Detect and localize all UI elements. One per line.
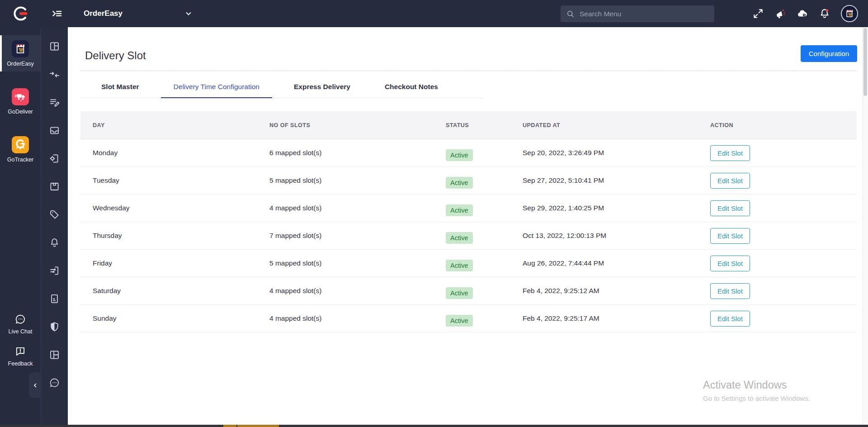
search-icon [566, 9, 575, 19]
table-row-friday: Friday5 mapped slot(s)ActiveAug 26, 2022… [80, 250, 857, 277]
search-input[interactable] [580, 10, 709, 18]
status-cell: Active [434, 311, 510, 327]
action-cell: Edit Slot [698, 145, 857, 161]
sidebar-toggle-icon[interactable] [51, 8, 63, 19]
page-title: Delivery Slot [85, 49, 146, 62]
edit-slot-button[interactable]: Edit Slot [710, 311, 750, 327]
search-box[interactable] [561, 5, 714, 22]
bottom-edge-strip [0, 425, 868, 427]
columns-layout-icon[interactable] [49, 349, 60, 361]
updated-at-cell: Feb 4, 2022, 9:25:17 AM [510, 314, 698, 323]
watermark-title: Activate Windows [703, 379, 810, 391]
table-row-monday: Monday6 mapped slot(s)ActiveSep 20, 2022… [80, 139, 857, 167]
feedback-icon [14, 346, 26, 357]
page-header: Delivery Slot Configuration [68, 27, 868, 62]
sidebar-item-label: OrderEasy [7, 61, 34, 67]
sidebar-item-label: GoDeliver [8, 109, 33, 115]
status-cell: Active [434, 228, 510, 244]
day-cell: Wednesday [80, 204, 257, 212]
updated-at-cell: Sep 27, 2022, 5:10:41 PM [510, 176, 698, 185]
inbox-icon[interactable] [49, 125, 60, 136]
day-cell: Monday [80, 149, 257, 157]
sidebar-item-label: Feedback [8, 361, 33, 367]
column-header-day: DAY [80, 122, 257, 128]
slots-cell: 5 mapped slot(s) [257, 259, 434, 267]
sidebar-bottom-group: Live ChatFeedback [0, 303, 41, 367]
sidebar-item-live-chat[interactable]: Live Chat [9, 313, 33, 335]
action-cell: Edit Slot [698, 283, 857, 299]
slots-cell: 7 mapped slot(s) [257, 232, 434, 240]
task-list-edit-icon[interactable] [49, 97, 60, 108]
logout-gear-icon[interactable] [49, 153, 60, 164]
table-row-tuesday: Tuesday5 mapped slot(s)ActiveSep 27, 202… [80, 167, 857, 195]
tab-slot-master[interactable]: Slot Master [89, 83, 152, 98]
sidebar-item-label: Live Chat [9, 328, 33, 335]
announcements-icon[interactable] [774, 8, 786, 19]
status-badge: Active [446, 315, 473, 327]
tag-icon[interactable] [49, 209, 60, 220]
status-cell: Active [434, 283, 510, 299]
tab-delivery-time-configuration[interactable]: Delivery Time Configuration [161, 83, 272, 98]
door-settings-icon[interactable] [49, 265, 60, 276]
delivery-slot-table: DAYNO OF SLOTSSTATUSUPDATED ATACTION Mon… [80, 111, 857, 332]
status-badge: Active [446, 232, 473, 244]
edit-slot-button[interactable]: Edit Slot [710, 256, 750, 271]
vertical-scrollbar[interactable] [863, 27, 868, 427]
gotracker-app-icon [12, 136, 29, 153]
package-icon[interactable] [49, 181, 60, 192]
table-row-sunday: Sunday4 mapped slot(s)ActiveFeb 4, 2022,… [80, 305, 857, 332]
status-badge: Active [446, 287, 473, 299]
edit-slot-button[interactable]: Edit Slot [710, 283, 750, 299]
slots-cell: 4 mapped slot(s) [257, 287, 434, 295]
ordereasy-g-logo-icon[interactable] [12, 5, 30, 23]
day-cell: Thursday [80, 232, 257, 240]
configuration-button[interactable]: Configuration [801, 45, 857, 62]
sidebar-item-feedback[interactable]: Feedback [8, 346, 33, 367]
status-cell: Active [434, 145, 510, 161]
bell-icon[interactable] [49, 237, 60, 248]
fullscreen-icon[interactable] [752, 8, 764, 19]
chevron-down-icon [184, 9, 193, 18]
sidebar-collapse-button[interactable] [29, 372, 42, 398]
app-switcher-label: OrderEasy [84, 9, 123, 18]
updated-at-cell: Sep 29, 2022, 1:40:25 PM [510, 204, 698, 212]
edit-slot-button[interactable]: Edit Slot [710, 173, 750, 189]
table-header-row: DAYNO OF SLOTSSTATUSUPDATED ATACTION [80, 111, 857, 139]
scrollbar-thumb[interactable] [863, 28, 867, 96]
sidebar-item-label: GoTracker [7, 157, 34, 163]
app-switcher[interactable]: OrderEasy [84, 9, 193, 18]
ordereasy-app-icon [12, 40, 29, 57]
godeliver-app-icon [12, 88, 29, 105]
tab-checkout-notes[interactable]: Checkout Notes [372, 83, 451, 98]
action-cell: Edit Slot [698, 311, 857, 327]
status-badge: Active [446, 149, 473, 161]
slots-cell: 4 mapped slot(s) [257, 204, 434, 212]
slots-cell: 4 mapped slot(s) [257, 314, 434, 323]
edit-slot-button[interactable]: Edit Slot [710, 145, 750, 161]
day-cell: Tuesday [80, 176, 257, 185]
edit-slot-button[interactable]: Edit Slot [710, 200, 750, 216]
day-cell: Saturday [80, 287, 257, 295]
sidebar-item-godeliver[interactable]: GoDeliver [0, 83, 41, 119]
report-icon[interactable] [49, 293, 60, 304]
dashboard-layout-icon[interactable] [49, 41, 60, 52]
edit-slot-button[interactable]: Edit Slot [710, 228, 750, 244]
status-badge: Active [446, 204, 473, 216]
sidebar-item-ordereasy[interactable]: OrderEasy [0, 35, 41, 71]
column-header-updated-at: UPDATED AT [510, 122, 698, 128]
updated-at-cell: Sep 20, 2022, 3:26:49 PM [510, 149, 698, 157]
notifications-icon[interactable] [819, 8, 830, 19]
top-navbar: OrderEasy [0, 0, 868, 27]
cloud-sync-icon[interactable] [797, 8, 808, 19]
store-avatar[interactable] [841, 5, 858, 22]
merge-arrows-icon[interactable] [49, 69, 60, 80]
sidebar-item-gotracker[interactable]: GoTracker [0, 131, 41, 167]
tab-express-delivery[interactable]: Express Delivery [281, 83, 363, 98]
bottom-accent-segment [223, 425, 279, 427]
action-cell: Edit Slot [698, 228, 857, 244]
updated-at-cell: Oct 13, 2022, 12:00:13 PM [510, 232, 698, 240]
status-cell: Active [434, 200, 510, 216]
chat-bubble-icon[interactable] [49, 377, 60, 389]
shield-icon[interactable] [49, 321, 60, 332]
day-cell: Sunday [80, 314, 257, 323]
